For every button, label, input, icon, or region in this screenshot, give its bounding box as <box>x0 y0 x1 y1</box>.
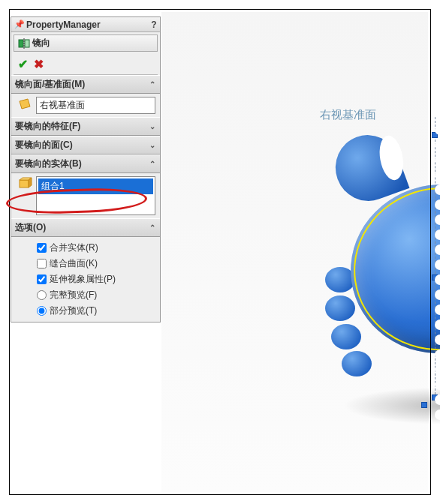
stamp-border-right <box>426 0 440 504</box>
stamp-border-bottom <box>0 490 440 504</box>
image-border <box>9 9 431 495</box>
stamp-border-top <box>0 0 440 14</box>
stamp-border-left <box>0 0 14 504</box>
